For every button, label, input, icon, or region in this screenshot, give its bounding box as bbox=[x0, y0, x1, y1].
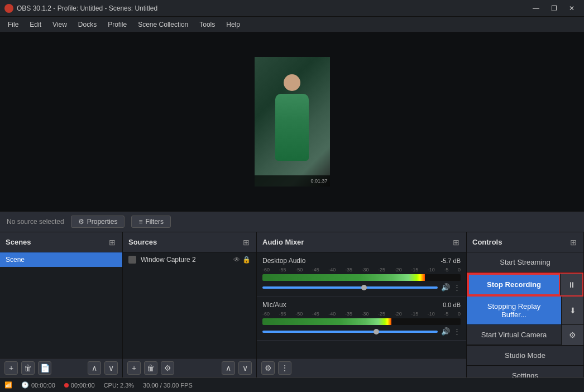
desktop-audio-controls: 🔊 ⋮ bbox=[262, 283, 461, 291]
preview-canvas: 0:01:37 bbox=[255, 57, 330, 187]
preview-time: 0:01:37 bbox=[310, 178, 327, 184]
filter-icon: ≡ bbox=[138, 218, 142, 226]
desktop-audio-header: Desktop Audio -5.7 dB bbox=[262, 257, 461, 265]
save-replay-button[interactable]: ⬇ bbox=[561, 297, 583, 324]
desktop-audio-slider[interactable] bbox=[262, 286, 438, 289]
app-icon bbox=[4, 4, 13, 13]
window-title: OBS 30.1.2 - Profile: Untitled - Scenes:… bbox=[17, 4, 157, 12]
minimize-button[interactable]: — bbox=[528, 3, 544, 14]
scenes-up-button[interactable]: ∧ bbox=[88, 361, 101, 375]
scenes-panel-header: Scenes ⊞ bbox=[0, 232, 122, 252]
stop-recording-button[interactable]: Stop Recording bbox=[468, 274, 560, 295]
scenes-config-button[interactable]: 📄 bbox=[38, 361, 51, 375]
stopping-replay-button[interactable]: Stopping Replay Buffer... bbox=[467, 297, 561, 324]
mic-aux-thumb bbox=[374, 329, 379, 334]
menu-help[interactable]: Help bbox=[221, 19, 246, 30]
desktop-audio-bar bbox=[262, 274, 425, 281]
menu-bar: File Edit View Docks Profile Scene Colle… bbox=[0, 17, 584, 32]
audio-panel-title: Audio Mixer bbox=[262, 238, 304, 246]
stop-recording-row: Stop Recording ⏸ bbox=[467, 273, 583, 297]
rec-time-item: 00:00:00 bbox=[64, 382, 95, 389]
preview-bottom-bar: 0:01:37 bbox=[255, 175, 330, 187]
fps-label: 30.00 / 30.00 FPS bbox=[143, 382, 193, 389]
menu-edit[interactable]: Edit bbox=[24, 19, 47, 30]
source-lock-button[interactable]: 🔒 bbox=[242, 256, 251, 264]
start-streaming-button[interactable]: Start Streaming bbox=[467, 252, 583, 273]
clock-icon: 🕐 bbox=[21, 381, 29, 389]
menu-view[interactable]: View bbox=[47, 19, 73, 30]
controls-buttons-list: Start Streaming Stop Recording ⏸ Stoppin… bbox=[467, 252, 583, 377]
preview-area: 0:01:37 bbox=[0, 32, 584, 211]
mic-aux-scale: -60-55-50-45-40-35-30-25-20-15-10-50 bbox=[262, 311, 461, 317]
scenes-panel: Scenes ⊞ Scene + 🗑 📄 ∧ ∨ bbox=[0, 232, 123, 377]
properties-button[interactable]: ⚙ Properties bbox=[71, 216, 125, 228]
menu-scene-collection[interactable]: Scene Collection bbox=[132, 19, 194, 30]
sources-config-button[interactable]: ⚙ bbox=[161, 361, 174, 375]
sources-down-button[interactable]: ∨ bbox=[238, 361, 252, 375]
stream-time-item: 🕐 00:00:00 bbox=[21, 381, 55, 389]
source-item[interactable]: Window Capture 2 👁 🔒 bbox=[123, 252, 256, 267]
mic-aux-meter bbox=[262, 318, 461, 325]
sources-panel-header: Sources ⊞ bbox=[123, 232, 256, 252]
scenes-footer: + 🗑 📄 ∧ ∨ bbox=[0, 358, 122, 377]
sources-panel-options[interactable]: ⊞ bbox=[242, 237, 251, 248]
controls-panel-header: Controls ⊞ bbox=[467, 232, 583, 252]
signal-strength-item: 📶 bbox=[4, 381, 12, 389]
controls-panel-options[interactable]: ⊞ bbox=[569, 237, 578, 248]
status-bar: 📶 🕐 00:00:00 00:00:00 CPU: 2.3% 30.00 / … bbox=[0, 377, 584, 392]
filters-label: Filters bbox=[145, 218, 164, 226]
desktop-audio-scale: -60-55-50-45-40-35-30-25-20-15-10-50 bbox=[262, 267, 461, 273]
mic-aux-level: 0.0 dB bbox=[443, 302, 461, 308]
audio-panel-options[interactable]: ⊞ bbox=[452, 237, 461, 248]
close-button[interactable]: ✕ bbox=[564, 3, 580, 14]
mic-aux-mute-button[interactable]: 🔊 bbox=[441, 327, 450, 336]
sources-delete-button[interactable]: 🗑 bbox=[144, 361, 157, 375]
scene-item-label: Scene bbox=[6, 256, 25, 264]
stopping-replay-row: Stopping Replay Buffer... ⬇ bbox=[467, 297, 583, 325]
main-panels: Scenes ⊞ Scene + 🗑 📄 ∧ ∨ Sources ⊞ Windo… bbox=[0, 232, 584, 377]
mic-aux-menu-button[interactable]: ⋮ bbox=[453, 327, 461, 336]
scenes-panel-title: Scenes bbox=[6, 238, 31, 246]
filters-button[interactable]: ≡ Filters bbox=[131, 216, 171, 228]
menu-tools[interactable]: Tools bbox=[194, 19, 221, 30]
audio-config-button[interactable]: ⚙ bbox=[261, 361, 275, 375]
virtual-camera-config-button[interactable]: ⚙ bbox=[561, 325, 583, 345]
mic-aux-slider[interactable] bbox=[262, 331, 438, 333]
status-row: No source selected ⚙ Properties ≡ Filter… bbox=[0, 211, 584, 232]
signal-icon: 📶 bbox=[4, 381, 12, 389]
menu-profile[interactable]: Profile bbox=[102, 19, 132, 30]
menu-file[interactable]: File bbox=[2, 19, 24, 30]
desktop-audio-mute-button[interactable]: 🔊 bbox=[441, 283, 450, 291]
scenes-add-button[interactable]: + bbox=[4, 361, 18, 375]
sources-add-button[interactable]: + bbox=[127, 361, 141, 375]
audio-panel: Audio Mixer ⊞ Desktop Audio -5.7 dB -60-… bbox=[257, 232, 467, 377]
mic-aux-header: Mic/Aux 0.0 dB bbox=[262, 301, 461, 309]
scene-item[interactable]: Scene bbox=[0, 252, 122, 267]
menu-docks[interactable]: Docks bbox=[73, 19, 102, 30]
desktop-audio-level: -5.7 dB bbox=[441, 257, 461, 264]
settings-button[interactable]: Settings bbox=[467, 366, 583, 377]
source-item-label: Window Capture 2 bbox=[141, 256, 196, 264]
cpu-item: CPU: 2.3% bbox=[104, 382, 134, 389]
studio-mode-button[interactable]: Studio Mode bbox=[467, 346, 583, 366]
desktop-audio-menu-button[interactable]: ⋮ bbox=[453, 283, 461, 291]
source-visibility-button[interactable]: 👁 bbox=[233, 256, 240, 264]
pause-recording-button[interactable]: ⏸ bbox=[560, 274, 582, 295]
scenes-delete-button[interactable]: 🗑 bbox=[21, 361, 35, 375]
desktop-audio-channel: Desktop Audio -5.7 dB -60-55-50-45-40-35… bbox=[257, 252, 466, 297]
mic-aux-bar bbox=[262, 318, 391, 325]
gear-icon: ⚙ bbox=[78, 218, 84, 226]
desktop-audio-meter bbox=[262, 274, 461, 281]
sources-up-button[interactable]: ∧ bbox=[222, 361, 235, 375]
start-virtual-camera-button[interactable]: Start Virtual Camera bbox=[467, 325, 561, 345]
no-source-label: No source selected bbox=[7, 218, 64, 226]
controls-panel-title: Controls bbox=[472, 238, 502, 246]
desktop-audio-label: Desktop Audio bbox=[262, 257, 305, 265]
maximize-button[interactable]: ❐ bbox=[546, 3, 562, 14]
audio-footer: ⚙ ⋮ bbox=[257, 358, 466, 377]
scenes-panel-options[interactable]: ⊞ bbox=[108, 237, 117, 248]
scenes-down-button[interactable]: ∨ bbox=[104, 361, 118, 375]
audio-menu-button[interactable]: ⋮ bbox=[278, 361, 291, 375]
controls-panel: Controls ⊞ Start Streaming Stop Recordin… bbox=[467, 232, 584, 377]
desktop-audio-thumb bbox=[361, 285, 367, 290]
